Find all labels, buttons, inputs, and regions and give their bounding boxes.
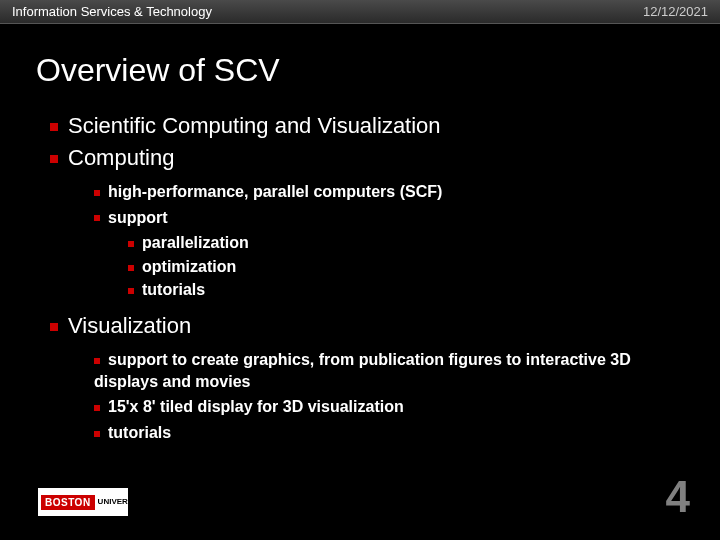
bullet-icon [128,288,134,294]
sub-sub-list: parallelization optimization tutorials [94,232,684,301]
bullet-text: support to create graphics, from publica… [94,351,631,390]
sub-list: high-performance, parallel computers (SC… [50,181,684,301]
bullet-list: Scientific Computing and Visualization C… [36,113,684,443]
bullet-text: tutorials [108,424,171,441]
header-date: 12/12/2021 [643,4,708,19]
list-item: support to create graphics, from publica… [94,349,684,392]
list-item: high-performance, parallel computers (SC… [94,181,684,203]
bullet-icon [94,215,100,221]
slide-content: Overview of SCV Scientific Computing and… [0,24,720,538]
list-item: Visualization support to create graphics… [36,313,684,443]
bullet-text: optimization [142,258,236,275]
list-item: tutorials [128,279,684,301]
header-left: Information Services & Technology [12,4,212,19]
bu-logo: BOSTON UNIVERSITY [38,488,128,516]
bullet-text: Visualization [68,313,191,338]
list-item: support parallelization optimization tut… [94,207,684,301]
bullet-text: parallelization [142,234,249,251]
sub-list: support to create graphics, from publica… [50,349,684,443]
bullet-icon [50,123,58,131]
list-item: optimization [128,256,684,278]
bullet-text: high-performance, parallel computers (SC… [108,183,442,200]
bullet-icon [94,405,100,411]
bullet-text: support [108,209,168,226]
logo-sub: UNIVERSITY [95,498,146,506]
bullet-icon [50,155,58,163]
bullet-text: Computing [68,145,174,170]
list-item: Scientific Computing and Visualization [36,113,684,139]
bullet-icon [94,358,100,364]
bullet-text: 15'x 8' tiled display for 3D visualizati… [108,398,404,415]
bullet-icon [94,190,100,196]
bullet-icon [50,323,58,331]
logo-main: BOSTON [41,495,95,510]
list-item: Computing high-performance, parallel com… [36,145,684,301]
list-item: parallelization [128,232,684,254]
header-bar: Information Services & Technology 12/12/… [0,0,720,24]
bullet-text: tutorials [142,281,205,298]
bullet-icon [94,431,100,437]
page-number: 4 [666,472,690,522]
list-item: tutorials [94,422,684,444]
slide-title: Overview of SCV [36,52,684,89]
bullet-text: Scientific Computing and Visualization [68,113,441,138]
bullet-icon [128,241,134,247]
bullet-icon [128,265,134,271]
list-item: 15'x 8' tiled display for 3D visualizati… [94,396,684,418]
